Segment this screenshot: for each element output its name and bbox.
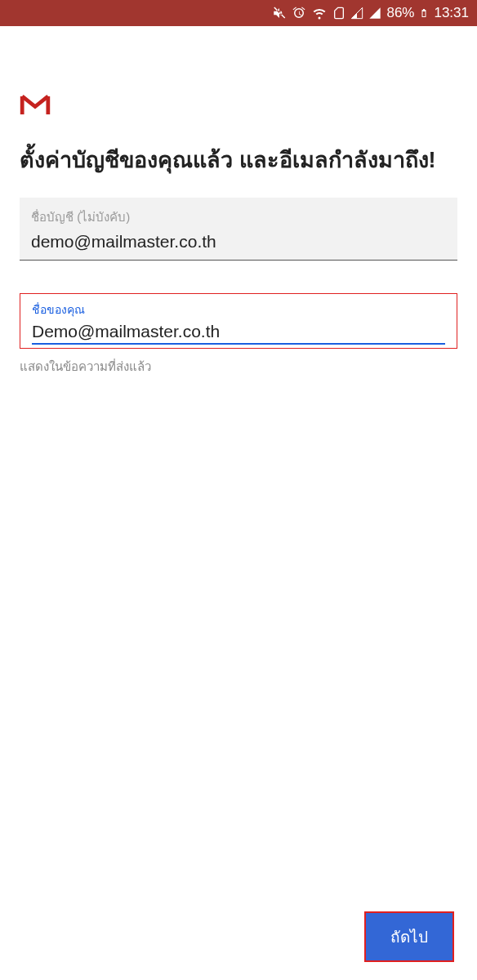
svg-rect-0 <box>20 96 25 114</box>
name-hint: แสดงในข้อความที่ส่งแล้ว <box>20 357 457 376</box>
account-name-label: ชื่อบัญชี (ไม่บังคับ) <box>31 207 446 227</box>
main-content: ตั้งค่าบัญชีของคุณแล้ว และอีเมลกำลังมาถึ… <box>0 26 477 376</box>
watermark: mail master <box>164 844 354 960</box>
page-heading: ตั้งค่าบัญชีของคุณแล้ว และอีเมลกำลังมาถึ… <box>20 144 457 178</box>
watermark: mail master <box>295 533 477 649</box>
battery-percent: 86% <box>386 5 414 21</box>
sim-icon <box>332 6 345 20</box>
your-name-label: ชื่อของคุณ <box>32 301 445 318</box>
next-button[interactable]: ถัดไป <box>364 911 454 962</box>
status-bar: 86% 13:31 <box>0 0 477 26</box>
alarm-icon <box>292 6 306 20</box>
clock-time: 13:31 <box>434 5 469 21</box>
account-name-input[interactable] <box>31 227 446 255</box>
your-name-field[interactable]: ชื่อของคุณ <box>20 293 457 349</box>
account-name-field[interactable]: ชื่อบัญชี (ไม่บังคับ) <box>20 198 457 261</box>
gmail-logo-icon <box>20 93 457 121</box>
signal-icon-1 <box>350 7 363 20</box>
signal-icon-2 <box>368 7 381 20</box>
your-name-input[interactable] <box>32 318 445 345</box>
watermark: mail master <box>0 558 166 674</box>
wifi-icon <box>311 6 328 20</box>
footer: ถัดไป <box>364 911 454 962</box>
mute-icon <box>272 6 287 20</box>
battery-icon <box>419 6 429 20</box>
svg-rect-1 <box>46 96 50 114</box>
